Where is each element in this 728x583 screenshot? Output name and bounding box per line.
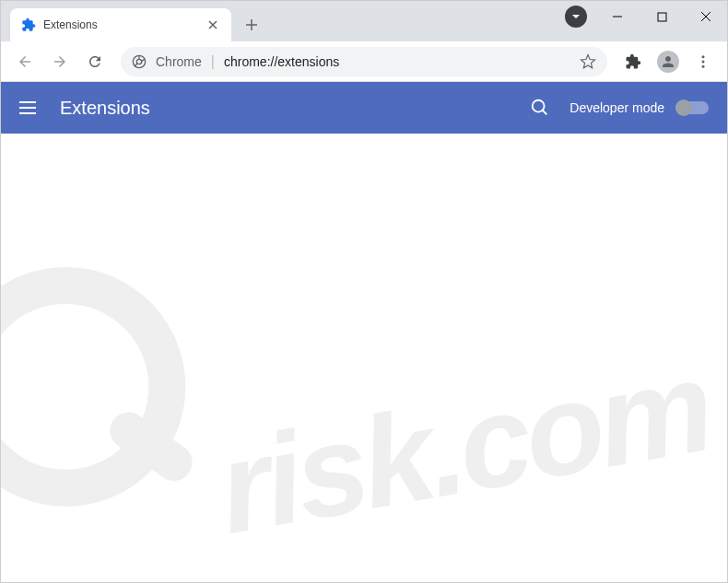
menu-icon[interactable] (19, 97, 41, 119)
tab-search-button[interactable] (565, 6, 587, 28)
developer-mode-toggle[interactable] (675, 101, 709, 114)
maximize-button[interactable] (648, 3, 675, 30)
tab-title: Extensions (43, 18, 198, 31)
svg-line-7 (543, 111, 547, 115)
avatar-icon (657, 51, 679, 73)
profile-button[interactable] (653, 47, 683, 76)
svg-point-5 (702, 64, 705, 67)
window-titlebar: Extensions (1, 1, 727, 41)
minimize-button[interactable] (604, 3, 631, 30)
address-bar[interactable]: Chrome | chrome://extensions (121, 47, 607, 76)
bookmark-icon[interactable] (580, 53, 596, 70)
svg-point-4 (702, 60, 705, 63)
menu-button[interactable] (688, 47, 718, 76)
back-button[interactable] (10, 47, 40, 76)
page-title: Extensions (60, 98, 529, 119)
chrome-icon (132, 54, 147, 69)
browser-toolbar: Chrome | chrome://extensions (1, 41, 727, 82)
svg-rect-0 (658, 13, 666, 21)
extensions-toolbar-icon[interactable] (618, 47, 648, 76)
omnibox-scheme: Chrome (156, 54, 202, 69)
close-icon[interactable] (205, 17, 220, 32)
omnibox-url: chrome://extensions (224, 54, 339, 69)
new-tab-button[interactable] (239, 12, 264, 38)
forward-button[interactable] (45, 47, 75, 76)
svg-point-6 (533, 100, 545, 112)
developer-mode-label: Developer mode (569, 100, 664, 115)
search-icon[interactable] (529, 97, 551, 119)
extensions-icon (21, 17, 36, 32)
browser-tab[interactable]: Extensions (10, 8, 231, 41)
close-window-button[interactable] (692, 3, 720, 30)
watermark: risk.com (0, 175, 728, 583)
extensions-list: risk.com PDF BestPDFConverterSearch Sear… (1, 134, 727, 583)
omnibox-divider: | (211, 53, 215, 70)
extensions-header: Extensions Developer mode (1, 82, 727, 134)
reload-button[interactable] (80, 47, 110, 76)
window-controls (565, 3, 720, 30)
svg-point-3 (702, 55, 705, 58)
